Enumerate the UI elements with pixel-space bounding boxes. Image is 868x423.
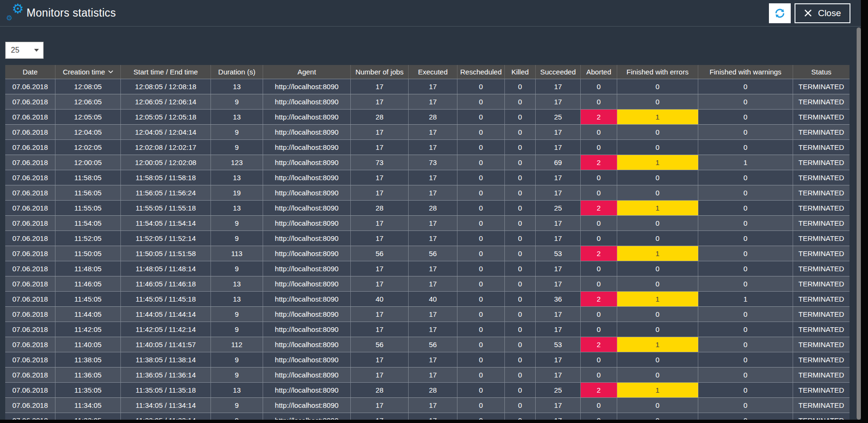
cell: 07.06.2018 xyxy=(5,368,55,382)
cell: 0 xyxy=(581,307,617,322)
cell: 0 xyxy=(457,276,505,291)
cell: http://localhost:8090 xyxy=(263,155,351,170)
cell: 13 xyxy=(211,276,263,291)
cell: TERMINATED xyxy=(793,79,850,94)
column-header-duration-s[interactable]: Duration (s) xyxy=(211,65,263,79)
column-header-rescheduled[interactable]: Rescheduled xyxy=(457,65,505,79)
cell: 0 xyxy=(698,352,793,367)
gears-icon: ⚙ ⚙ xyxy=(6,4,24,23)
cell: 0 xyxy=(457,216,505,230)
cell: http://localhost:8090 xyxy=(263,140,351,155)
cell: 17 xyxy=(409,398,457,413)
column-header-finished-with-warnings[interactable]: Finished with warnings xyxy=(698,65,793,79)
column-header-number-of-jobs[interactable]: Number of jobs xyxy=(351,65,409,79)
cell: 12:02:05 xyxy=(55,140,121,155)
cell: TERMINATED xyxy=(793,368,850,382)
cell: 56 xyxy=(409,246,457,261)
cell: 17 xyxy=(536,398,581,413)
cell: 0 xyxy=(505,383,536,397)
cell: TERMINATED xyxy=(793,155,850,170)
cell: http://localhost:8090 xyxy=(263,231,351,246)
cell: 12:04:05 xyxy=(55,125,121,139)
cell: 17 xyxy=(536,261,581,276)
cell: 13 xyxy=(211,79,263,94)
column-header-succeeded[interactable]: Succeeded xyxy=(536,65,581,79)
cell: 0 xyxy=(457,110,505,124)
column-header-executed[interactable]: Executed xyxy=(409,65,457,79)
cell: 12:08:05 xyxy=(55,79,121,94)
cell: http://localhost:8090 xyxy=(263,398,351,413)
cell: 17 xyxy=(351,413,409,420)
select-dropdown-arrow-icon xyxy=(34,49,39,52)
page-size-select[interactable]: 25 xyxy=(5,42,44,59)
cell: 17 xyxy=(351,216,409,230)
cell: 0 xyxy=(457,292,505,306)
cell: 0 xyxy=(505,94,536,109)
cell: 53 xyxy=(536,246,581,261)
column-header-aborted[interactable]: Aborted xyxy=(581,65,617,79)
cell: TERMINATED xyxy=(793,201,850,215)
column-header-creation-time[interactable]: Creation time xyxy=(55,65,121,79)
cell: 0 xyxy=(581,231,617,246)
cell: 0 xyxy=(698,246,793,261)
cell: 0 xyxy=(457,246,505,261)
cell: 40 xyxy=(409,292,457,306)
cell: http://localhost:8090 xyxy=(263,216,351,230)
cell: 0 xyxy=(505,307,536,322)
cell: 0 xyxy=(505,216,536,230)
table-row: 07.06.201811:38:0511:38:05 / 11:38:149ht… xyxy=(5,352,850,367)
cell: 17 xyxy=(536,368,581,382)
cell: 1 xyxy=(617,246,698,261)
cell: 0 xyxy=(581,125,617,139)
cell: 12:02:08 / 12:02:17 xyxy=(121,140,211,155)
cell: 56 xyxy=(351,337,409,352)
cell: 11:40:05 / 11:41:57 xyxy=(121,337,211,352)
cell: 0 xyxy=(617,125,698,139)
cell: 0 xyxy=(698,140,793,155)
cell: 0 xyxy=(617,352,698,367)
cell: 9 xyxy=(211,140,263,155)
cell: 07.06.2018 xyxy=(5,352,55,367)
cell: 11:45:05 / 11:45:18 xyxy=(121,292,211,306)
refresh-button[interactable] xyxy=(769,3,791,23)
cell: 12:08:05 / 12:08:18 xyxy=(121,79,211,94)
cell: http://localhost:8090 xyxy=(263,352,351,367)
cell: 0 xyxy=(457,155,505,170)
close-button[interactable]: Close xyxy=(795,3,850,23)
cell: 17 xyxy=(351,368,409,382)
cell: 9 xyxy=(211,231,263,246)
cell: 0 xyxy=(617,276,698,291)
cell: 17 xyxy=(536,276,581,291)
cell: 11:38:05 xyxy=(55,352,121,367)
cell: 17 xyxy=(536,140,581,155)
cell: 0 xyxy=(505,398,536,413)
cell: 07.06.2018 xyxy=(5,185,55,200)
cell: 0 xyxy=(617,170,698,185)
cell: 11:36:05 xyxy=(55,368,121,382)
cell: 0 xyxy=(581,79,617,94)
cell: 0 xyxy=(698,94,793,109)
column-header-status[interactable]: Status xyxy=(793,65,850,79)
cell: 07.06.2018 xyxy=(5,170,55,185)
column-header-killed[interactable]: Killed xyxy=(505,65,536,79)
cell: 0 xyxy=(457,170,505,185)
table-row: 07.06.201811:36:0511:36:05 / 11:36:149ht… xyxy=(5,367,850,382)
column-header-start-time-end-time[interactable]: Start time / End time xyxy=(121,65,211,79)
column-header-finished-with-errors[interactable]: Finished with errors xyxy=(617,65,698,79)
table-row: 07.06.201811:55:0511:55:05 / 11:55:1813h… xyxy=(5,200,850,215)
table-row: 07.06.201811:40:0511:40:05 / 11:41:57112… xyxy=(5,337,850,352)
cell: 0 xyxy=(698,276,793,291)
cell: 28 xyxy=(351,110,409,124)
cell: 0 xyxy=(457,261,505,276)
vertical-scrollbar[interactable] xyxy=(857,28,861,420)
cell: 0 xyxy=(505,231,536,246)
cell: 11:38:05 / 11:38:14 xyxy=(121,352,211,367)
column-header-date[interactable]: Date xyxy=(5,65,55,79)
window-edge-bottom xyxy=(0,420,868,423)
cell: 17 xyxy=(351,398,409,413)
column-header-agent[interactable]: Agent xyxy=(263,65,351,79)
cell: 17 xyxy=(409,170,457,185)
cell: 28 xyxy=(409,383,457,397)
cell: 07.06.2018 xyxy=(5,140,55,155)
cell: 0 xyxy=(505,185,536,200)
